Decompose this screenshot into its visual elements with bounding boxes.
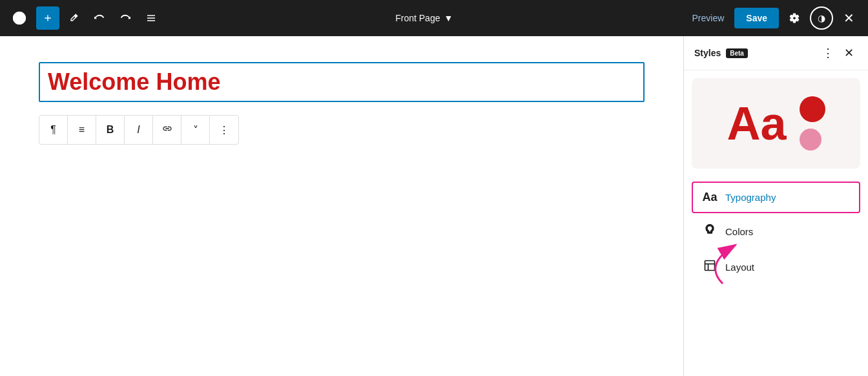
link-button[interactable] [153,116,181,144]
sidebar-header: Styles Beta ⋮ ✕ [684,36,868,70]
paragraph-icon: ¶ [50,124,56,136]
sidebar-content: Aa Aa Typography Colors [684,70,868,376]
more-options-button[interactable]: ⋮ [210,116,238,144]
sidebar-item-colors-label: Colors [725,226,753,237]
sidebar-item-colors[interactable]: Colors [692,214,860,249]
sidebar-title-area: Styles Beta [694,48,748,58]
theme-toggle-button[interactable]: ◑ [810,6,833,30]
more-icon: ⋮ [219,124,229,136]
styles-list: Aa Typography Colors Layout [684,176,868,289]
redo-button[interactable] [114,6,137,30]
style-preview: Aa [692,78,860,169]
preview-dot-large [800,96,825,122]
italic-button[interactable]: I [125,116,153,144]
save-button[interactable]: Save [734,8,779,28]
chevron-down-icon: ˅ [193,124,198,136]
close-button[interactable]: ✕ [837,6,860,30]
styles-sidebar: Styles Beta ⋮ ✕ Aa Aa [683,36,868,376]
bold-icon: B [107,124,114,136]
preview-button[interactable]: Preview [686,9,731,27]
preview-aa-text: Aa [727,100,786,147]
sidebar-header-actions: ⋮ ✕ [819,44,858,62]
sidebar-item-layout-label: Layout [725,262,754,273]
sidebar-title: Styles [694,48,721,58]
main-toolbar: Front Page ▼ Preview Save ◑ ✕ [0,0,868,36]
toolbar-center: Front Page ▼ [165,9,683,27]
chevron-down-icon: ▼ [444,13,453,23]
page-title-label: Front Page [395,13,440,23]
bold-button[interactable]: B [96,116,125,144]
undo-button[interactable] [88,6,111,30]
toolbar-right: Preview Save ◑ ✕ [686,6,861,30]
align-button[interactable]: ≡ [68,116,96,144]
title-block[interactable] [39,62,645,102]
tools-button[interactable] [62,6,85,30]
italic-icon: I [137,124,140,136]
link-dropdown-button[interactable]: ˅ [181,116,210,144]
colors-icon [702,224,718,240]
sidebar-item-typography-label: Typography [725,192,776,203]
preview-dot-small [800,129,822,151]
settings-button[interactable] [783,6,806,30]
layout-icon [702,259,718,275]
editor-area[interactable]: ¶ ≡ B I ˅ ⋮ [0,36,683,376]
svg-rect-0 [705,261,715,271]
format-toolbar: ¶ ≡ B I ˅ ⋮ [39,115,239,145]
typography-icon: Aa [702,191,718,204]
paragraph-button[interactable]: ¶ [39,116,68,144]
wp-logo-button[interactable] [8,6,31,30]
sidebar-item-typography[interactable]: Aa Typography [692,182,860,213]
close-sidebar-button[interactable]: ✕ [840,44,858,62]
main-area: ¶ ≡ B I ˅ ⋮ [0,36,868,376]
sidebar-item-layout[interactable]: Layout [692,250,860,284]
preview-dots [800,96,825,151]
align-icon: ≡ [79,124,85,136]
page-title-input[interactable] [40,63,643,101]
beta-badge: Beta [726,48,748,58]
more-options-sidebar-button[interactable]: ⋮ [819,44,837,62]
link-icon [162,123,172,136]
theme-icon: ◑ [818,13,825,23]
page-title-button[interactable]: Front Page ▼ [389,9,459,27]
list-view-button[interactable] [140,6,163,30]
add-block-button[interactable] [36,6,59,30]
